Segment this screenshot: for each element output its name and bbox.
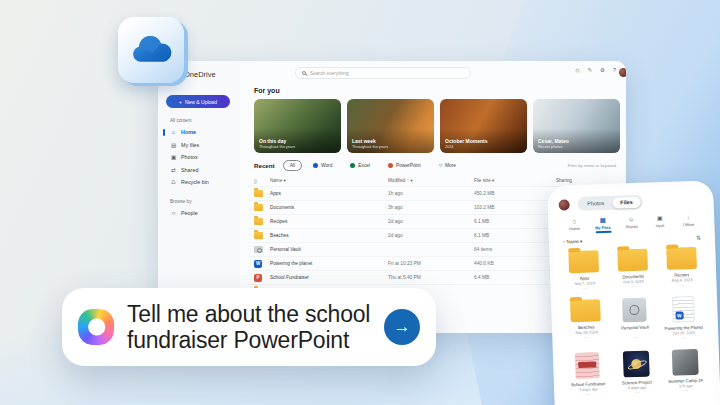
phone-grid-item[interactable]: Personal Vault ⋯ [613, 297, 657, 343]
topbar-icon[interactable]: ⚙ [600, 68, 605, 74]
profile-avatar[interactable] [619, 68, 626, 77]
nav-section-label: All content [170, 118, 240, 123]
card-subtitle: Throughout the years [352, 145, 388, 149]
copilot-prompt-bubble[interactable]: Tell me about the school fundraiser Powe… [62, 288, 436, 366]
sidebar-item-label: Photos [181, 154, 198, 160]
file-name: Personal Vault [621, 324, 649, 330]
item-menu-icon[interactable]: ⋯ [680, 283, 685, 288]
phone-grid-item[interactable]: Beaches Sep 18, 2024 ⋯ [564, 298, 608, 344]
phone-nav-icon: ▤ [600, 217, 606, 223]
filter-pill-label: Word [321, 163, 332, 168]
item-menu-icon[interactable]: ⋯ [633, 336, 638, 341]
cell-modified: 2d ago [388, 219, 474, 224]
phone-profile-avatar[interactable] [558, 199, 569, 210]
file-name: Recipes [674, 272, 690, 278]
col-name[interactable]: Name ▾ [270, 178, 388, 183]
sidebar-browse: ☺ People [158, 207, 240, 220]
file-name: Beaches [578, 324, 595, 330]
phone-grid-item[interactable]: School Fundraiser 2 days ago ⋯ [566, 351, 610, 397]
tab-files[interactable]: Files [612, 196, 641, 208]
phone-grid-item[interactable]: Apps Sep 7, 2024 ⋯ [562, 250, 606, 292]
file-type-icon [254, 218, 263, 225]
sidebar-nav: ⌂ Home ▤ My files ▣ Photos ⇄ Shared [158, 126, 240, 189]
filter-pills: All Word Excel PowerPoint [283, 160, 463, 171]
sidebar-item[interactable]: ♺ Recycle bin [158, 176, 240, 189]
item-menu-icon[interactable]: ⋯ [583, 287, 588, 292]
send-arrow-button[interactable]: → [384, 309, 420, 345]
item-menu-icon[interactable]: ⋯ [631, 285, 636, 290]
sidebar-item-label: Home [181, 129, 196, 135]
phone-nav-item[interactable]: ⌂ Home [562, 218, 586, 231]
col-modified[interactable]: Modified ↑ ▾ [388, 178, 474, 183]
cell-name: Documents [270, 205, 388, 210]
phone-grid-item[interactable]: Science Project 3 days ago ⋯ [614, 350, 658, 396]
filter-pill-label: All [290, 163, 295, 168]
sidebar-item[interactable]: ⇄ Shared [158, 164, 240, 177]
file-name: Summer Camp 24 [668, 377, 703, 383]
item-menu-icon[interactable]: ⋯ [586, 393, 591, 398]
view-toggle-icon[interactable]: ⇅ [696, 234, 701, 240]
sidebar-item[interactable]: ▣ Photos [158, 151, 240, 164]
arrow-right-icon: → [394, 317, 411, 337]
filetype-dot-icon [388, 163, 393, 168]
for-you-card[interactable]: Last week Throughout the years [347, 99, 434, 153]
file-type-icon [254, 232, 263, 239]
for-you-card[interactable]: October Moments 2024 [440, 99, 527, 153]
phone-nav-label: Shared [625, 223, 638, 228]
topbar: Search everything ◇ ✎ ⚙ ? [240, 61, 626, 85]
cell-size: 64 items [474, 247, 556, 252]
sidebar-item-icon: ▣ [170, 154, 177, 160]
item-menu-icon[interactable]: ⋯ [635, 391, 640, 396]
item-menu-icon[interactable]: ⋯ [684, 389, 689, 394]
filter-pill[interactable]: PowerPoint [381, 160, 428, 171]
search-input[interactable]: Search everything [295, 67, 471, 79]
tab-photos[interactable]: Photos [579, 197, 612, 209]
cell-modified: 2d ago [388, 233, 474, 238]
phone-grid-item[interactable]: Documents Feb 9, 2018 ⋯ [611, 248, 655, 290]
filetype-dot-icon [313, 163, 318, 168]
sidebar-item-people[interactable]: ☺ People [158, 207, 240, 220]
phone-nav-item[interactable]: ↓ Offline [676, 214, 700, 227]
file-thumbnail [672, 295, 695, 322]
phone-grid-item[interactable]: Powering the Planet Oct 15, 2024 ⋯ [661, 295, 705, 341]
sort-control[interactable]: ↑ Name ▾ [563, 239, 583, 245]
file-thumbnail [671, 348, 698, 375]
phone-grid-item[interactable]: Recipes Aug 4, 2024 ⋯ [660, 246, 704, 288]
filter-pill-label: Excel [358, 163, 370, 168]
cell-name: Personal Vault [270, 247, 388, 252]
for-you-card[interactable]: Cesar, Mateo Recent photos [533, 99, 620, 153]
cell-name: Recipes [270, 219, 388, 224]
topbar-icon[interactable]: ? [613, 68, 616, 74]
item-menu-icon[interactable]: ⋯ [584, 336, 589, 341]
sidebar-item-label: My files [181, 142, 199, 148]
file-glyph-icon: ▯ [254, 178, 270, 184]
item-menu-icon[interactable]: ⋯ [682, 336, 687, 341]
phone-nav-item[interactable]: ▣ Vault [648, 215, 672, 228]
for-you-card[interactable]: On this day Throughout the years [254, 99, 341, 153]
for-you-heading: For you [254, 87, 280, 94]
card-subtitle: 2024 [445, 145, 488, 149]
col-sharing[interactable]: Sharing [556, 178, 614, 183]
sidebar-item[interactable]: ⌂ Home [158, 126, 240, 139]
phone-nav-item[interactable]: ▤ My Files [591, 217, 615, 230]
phone-nav-icon: ↓ [687, 214, 690, 220]
sidebar-item-icon: ⇄ [170, 167, 177, 173]
file-thumbnail [569, 250, 600, 273]
plus-icon: + [179, 99, 182, 105]
cell-size: 103.2 MB [474, 205, 556, 210]
cell-modified: 3h ago [388, 205, 474, 210]
topbar-icon[interactable]: ◇ [575, 68, 579, 74]
new-upload-button[interactable]: + New & Upload [166, 95, 230, 108]
filter-pill[interactable]: More [432, 160, 463, 171]
browse-section-label: Browse by [170, 199, 240, 204]
filter-pill[interactable]: All [283, 160, 302, 171]
phone-nav-item[interactable]: ☺ Shared [619, 216, 643, 229]
phone-grid-item[interactable]: Summer Camp 24 17h ago ⋯ [663, 348, 707, 394]
col-size[interactable]: File size ▾ [474, 178, 556, 183]
filter-pill[interactable]: Excel [343, 160, 377, 171]
people-icon: ☺ [170, 210, 177, 216]
topbar-icon[interactable]: ✎ [587, 68, 592, 74]
filter-pill-label: PowerPoint [396, 163, 421, 168]
filter-pill[interactable]: Word [306, 160, 339, 171]
sidebar-item[interactable]: ▤ My files [158, 139, 240, 152]
